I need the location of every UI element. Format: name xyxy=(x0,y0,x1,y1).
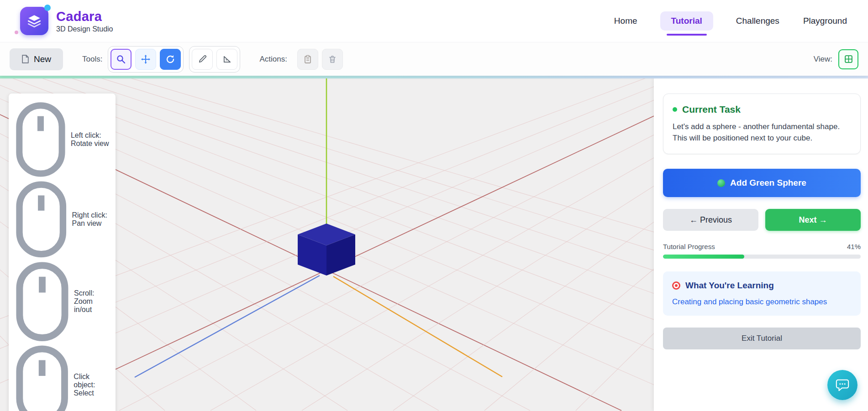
z-axis xyxy=(333,276,502,377)
help-text: Scroll: Zoom in/out xyxy=(74,289,109,314)
previous-button[interactable]: ← Previous xyxy=(663,209,758,231)
current-task-title: Current Task xyxy=(682,104,741,115)
new-file-icon xyxy=(21,55,29,63)
chat-bubble-icon xyxy=(835,378,850,392)
main-nav: Home Tutorial Challenges Playground xyxy=(613,11,848,31)
task-status-dot xyxy=(673,107,677,112)
select-tool-button[interactable] xyxy=(110,49,132,70)
learning-body: Creating and placing basic geometric sha… xyxy=(672,297,852,307)
mouse-icon xyxy=(15,101,66,178)
accent-gradient-strip xyxy=(0,76,868,78)
current-task-header: Current Task xyxy=(673,104,851,115)
draw-tool-button[interactable] xyxy=(192,49,213,70)
measure-tool-button[interactable] xyxy=(216,49,237,70)
transform-tool-group xyxy=(108,46,184,73)
current-task-body: Let's add a sphere - another fundamental… xyxy=(673,121,851,144)
move-tool-button[interactable] xyxy=(135,49,156,70)
viewport-3d[interactable]: Left click: Rotate view Right click: Pan… xyxy=(0,78,654,411)
chat-button[interactable] xyxy=(827,370,857,400)
nav-challenges[interactable]: Challenges xyxy=(735,11,780,31)
progress-bar xyxy=(663,255,861,259)
app-subtitle: 3D Design Studio xyxy=(56,25,113,33)
help-text: Click object: Select xyxy=(74,373,109,397)
help-line: Click object: Select xyxy=(15,344,109,411)
help-line: Left click: Rotate view xyxy=(15,101,109,178)
blue-cube[interactable] xyxy=(298,224,355,276)
toolbar: New Tools: xyxy=(0,42,868,76)
delete-button[interactable] xyxy=(322,49,343,70)
help-line: Right click: Pan view xyxy=(15,180,109,259)
actions-label: Actions: xyxy=(259,55,287,64)
tools-label: Tools: xyxy=(82,55,102,64)
rotate-icon xyxy=(165,54,175,64)
magnifier-icon xyxy=(116,54,126,64)
mouse-icon xyxy=(15,261,69,342)
learning-card: What You're Learning Creating and placin… xyxy=(663,271,861,316)
clipboard-icon xyxy=(303,55,312,64)
new-button[interactable]: New xyxy=(10,48,63,70)
nav-tutorial[interactable]: Tutorial xyxy=(660,11,713,31)
actions-group xyxy=(294,49,343,70)
layers-icon xyxy=(26,13,42,29)
mouse-icon xyxy=(15,180,67,259)
draw-tool-group xyxy=(189,46,240,73)
new-button-label: New xyxy=(34,54,51,64)
mouse-icon xyxy=(15,344,69,411)
controls-help-overlay: Left click: Rotate view Right click: Pan… xyxy=(9,94,116,411)
progress-header: Tutorial Progress 41% xyxy=(663,243,861,250)
view-controls: View: xyxy=(814,49,858,69)
app-title: Cadara xyxy=(56,9,113,24)
logo-pink-dot xyxy=(15,31,18,34)
app-header: Cadara 3D Design Studio Home Tutorial Ch… xyxy=(0,0,868,42)
grid-icon xyxy=(844,54,853,64)
nav-home[interactable]: Home xyxy=(613,11,638,31)
rotate-tool-button[interactable] xyxy=(160,49,181,70)
pencil-icon xyxy=(198,54,207,64)
next-button[interactable]: Next → xyxy=(765,209,861,231)
tutorial-panel: Current Task Let's add a sphere - anothe… xyxy=(654,78,868,411)
green-sphere-icon xyxy=(717,179,725,187)
add-green-sphere-button[interactable]: Add Green Sphere xyxy=(663,169,861,197)
brand: Cadara 3D Design Studio xyxy=(20,7,113,35)
progress-value: 41% xyxy=(847,243,861,250)
grid-view-button[interactable] xyxy=(838,49,858,69)
nav-playground[interactable]: Playground xyxy=(802,11,848,31)
copy-button[interactable] xyxy=(297,49,318,70)
trash-icon xyxy=(328,55,337,64)
help-line: Scroll: Zoom in/out xyxy=(15,261,109,342)
exit-tutorial-button[interactable]: Exit Tutorial xyxy=(663,328,861,349)
add-green-sphere-label: Add Green Sphere xyxy=(730,178,806,188)
tutorial-nav-buttons: ← Previous Next → xyxy=(663,209,861,231)
target-icon xyxy=(672,281,680,290)
brand-text: Cadara 3D Design Studio xyxy=(56,9,113,33)
learning-header: What You're Learning xyxy=(672,281,852,291)
move-icon xyxy=(141,54,151,64)
learning-title: What You're Learning xyxy=(685,281,774,291)
progress-fill xyxy=(663,255,744,259)
progress-label: Tutorial Progress xyxy=(663,243,715,250)
view-label: View: xyxy=(814,55,832,64)
logo-blue-dot xyxy=(44,5,51,11)
current-task-card: Current Task Let's add a sphere - anothe… xyxy=(663,94,861,154)
app-logo[interactable] xyxy=(20,7,48,35)
ruler-triangle-icon xyxy=(222,54,232,64)
help-text: Right click: Pan view xyxy=(72,211,109,228)
help-text: Left click: Rotate view xyxy=(71,131,109,148)
